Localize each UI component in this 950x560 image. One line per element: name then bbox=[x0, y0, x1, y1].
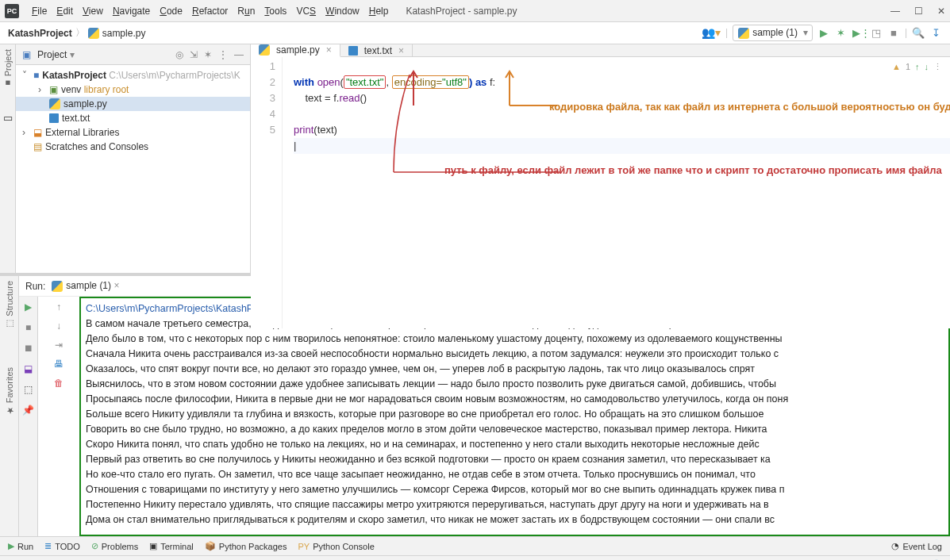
inspection-widget[interactable]: ▲1↑↓⋮ bbox=[892, 59, 942, 75]
settings-icon[interactable]: ✶ bbox=[204, 49, 212, 60]
project-panel: ▣ Project ▾ ◎ ⇲ ✶ ⋮ — ˅■KatashProject C:… bbox=[16, 44, 251, 273]
toolbar: KatashProject 〉 sample.py 👥▾ | sample (1… bbox=[0, 22, 950, 44]
stop-run-icon[interactable]: ■ bbox=[25, 322, 31, 333]
terminal-tool-button[interactable]: ▣Terminal bbox=[149, 541, 194, 551]
rerun-icon[interactable]: ▶ bbox=[25, 301, 32, 313]
tree-item-sample: sample.py bbox=[16, 97, 250, 111]
profile-icon[interactable]: ◳ bbox=[870, 27, 883, 39]
up-icon[interactable]: ↑ bbox=[56, 301, 61, 313]
gutter: 12345 bbox=[251, 57, 283, 328]
print-icon[interactable]: 🖶 bbox=[54, 359, 63, 370]
breadcrumb-project[interactable]: KatashProject bbox=[8, 28, 72, 39]
menu-tools[interactable]: Tools bbox=[260, 6, 291, 17]
status-bar: ⬚ 5:1 CRLF UTF-8 4 spaces Python 3.7 (Ka… bbox=[0, 555, 950, 560]
bookmarks-icon[interactable]: ▭ bbox=[3, 112, 13, 124]
window-title: KatashProject - sample.py bbox=[406, 6, 517, 17]
dump-icon[interactable]: ⬓ bbox=[24, 363, 33, 374]
down-icon[interactable]: ↓ bbox=[56, 320, 61, 332]
menu-window[interactable]: Window bbox=[321, 6, 364, 17]
close-icon[interactable]: ✕ bbox=[937, 6, 945, 17]
app-logo: PC bbox=[5, 4, 19, 18]
pin-icon[interactable]: 📌 bbox=[22, 405, 34, 416]
stop-icon[interactable]: ■ bbox=[887, 27, 900, 39]
todo-tool-button[interactable]: ≣TODO bbox=[44, 541, 80, 551]
menu-help[interactable]: Help bbox=[364, 6, 394, 17]
wrap-icon[interactable]: ⇥ bbox=[55, 339, 63, 351]
annotation-path: путь к файлу, если файл лежит в той же п… bbox=[444, 163, 746, 177]
menu-vcs[interactable]: VCS bbox=[291, 6, 321, 17]
coverage-icon[interactable]: ▶⋮ bbox=[852, 27, 865, 39]
project-tool-button[interactable]: ■ Project bbox=[3, 49, 13, 88]
menu-bar: PC File Edit View Navigate Code Refactor… bbox=[0, 0, 950, 22]
users-icon[interactable]: 👥▾ bbox=[702, 26, 721, 39]
layout-icon[interactable]: ⬚ bbox=[24, 384, 33, 395]
python-file-icon bbox=[88, 28, 99, 39]
pyconsole-tool-button[interactable]: PYPython Console bbox=[298, 542, 374, 551]
menu-file[interactable]: File bbox=[27, 6, 52, 17]
editor-area: sample.py× text.txt× 12345 with open("te… bbox=[251, 44, 950, 273]
left-tool-strip: ■ Project ▭ bbox=[0, 44, 16, 273]
close-tab-icon[interactable]: × bbox=[326, 44, 332, 56]
run-label: Run: bbox=[25, 281, 45, 292]
menu-navigate[interactable]: Navigate bbox=[108, 6, 155, 17]
tab-sample[interactable]: sample.py× bbox=[251, 44, 340, 57]
bottom-tool-bar: ▶Run ≣TODO ⊘Problems ▣Terminal 📦Python P… bbox=[0, 536, 950, 555]
clear-icon[interactable]: 🗑 bbox=[54, 378, 63, 389]
event-log-button[interactable]: ◔Event Log bbox=[891, 541, 942, 551]
minimize-icon[interactable]: — bbox=[890, 6, 900, 17]
packages-tool-button[interactable]: 📦Python Packages bbox=[205, 541, 287, 551]
exit-icon[interactable]: ⏹ bbox=[24, 343, 33, 354]
favorites-tool-button[interactable]: ★ Favorites bbox=[4, 367, 14, 416]
run-button-icon[interactable]: ▶ bbox=[817, 27, 830, 39]
target-icon[interactable]: ◎ bbox=[175, 49, 183, 60]
breadcrumb-file[interactable]: sample.py bbox=[102, 28, 146, 39]
menu-code[interactable]: Code bbox=[155, 6, 187, 17]
problems-tool-button[interactable]: ⊘Problems bbox=[91, 541, 138, 551]
tree-item-text: text.txt bbox=[16, 111, 250, 125]
tab-text[interactable]: text.txt× bbox=[340, 44, 413, 56]
project-panel-title: Project bbox=[37, 49, 67, 60]
close-tab-icon[interactable]: × bbox=[398, 45, 404, 56]
expand-icon[interactable]: ⇲ bbox=[190, 49, 198, 60]
vcs-update-icon[interactable]: ↧ bbox=[929, 27, 942, 39]
annotation-encoding: кодировка файла, так как файл из интерне… bbox=[549, 100, 803, 113]
menu-refactor[interactable]: Refactor bbox=[187, 6, 233, 17]
run-tool-button[interactable]: ▶Run bbox=[8, 541, 33, 551]
menu-run[interactable]: Run bbox=[233, 6, 260, 17]
maximize-icon[interactable]: ☐ bbox=[914, 6, 923, 17]
run-config-dropdown[interactable]: sample (1) bbox=[733, 25, 813, 41]
console-output[interactable]: C:\Users\m\PycharmProjects\KatashProject… bbox=[79, 297, 950, 536]
structure-tool-button[interactable]: ⬚ Structure bbox=[4, 281, 14, 329]
search-icon[interactable]: 🔍 bbox=[912, 27, 925, 39]
debug-button-icon[interactable]: ✶ bbox=[835, 27, 848, 39]
collapse-icon[interactable]: — bbox=[234, 49, 244, 60]
project-icon: ▣ bbox=[22, 49, 31, 60]
menu-view[interactable]: View bbox=[78, 6, 108, 17]
menu-edit[interactable]: Edit bbox=[52, 6, 78, 17]
project-tree[interactable]: ˅■KatashProject C:\Users\m\PycharmProjec… bbox=[16, 65, 250, 157]
code-editor[interactable]: 12345 with open("text.txt", encoding="ut… bbox=[251, 57, 950, 328]
